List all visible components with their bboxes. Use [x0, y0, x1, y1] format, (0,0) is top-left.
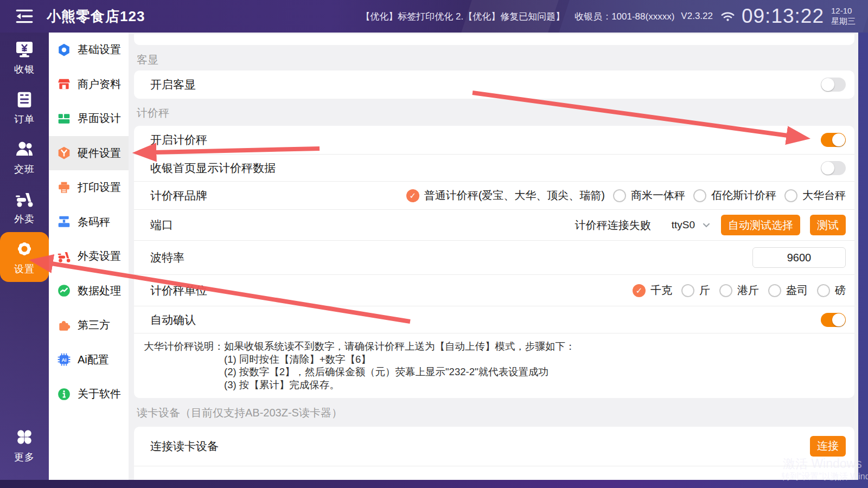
menu-item-print-settings[interactable]: 打印设置 [49, 170, 129, 205]
menu-label: 硬件设置 [78, 146, 121, 160]
takeout-settings-icon [57, 249, 71, 264]
port-select[interactable]: ttyS0 [672, 219, 711, 231]
radio-unit-ounce[interactable]: 盎司 [768, 283, 808, 298]
section-title-customer-display: 客显 [134, 53, 854, 67]
menu-label: Ai配置 [78, 352, 109, 367]
radio-unit-kg[interactable]: 千克 [633, 283, 672, 298]
enable-scale-toggle[interactable] [821, 133, 846, 147]
radio-label: 磅 [835, 283, 846, 298]
nav-label: 更多 [14, 451, 35, 464]
row-scale-unit: 计价秤单位 千克 斤 港斤 盎司 磅 [134, 274, 854, 306]
port-connection-status: 计价秤连接失败 [575, 218, 651, 233]
settings-content: 客显 开启客显 计价秤 开启计价秤 收银首页显示计价秤数据 计价秤品牌 普通计价… [129, 33, 858, 480]
radio-unchecked-icon [719, 284, 732, 297]
more-grid-icon [15, 427, 34, 447]
menu-item-data-processing[interactable]: 数据处理 [49, 274, 129, 309]
menu-label: 打印设置 [78, 180, 121, 195]
menu-item-barcode-scale[interactable]: 条码秤 [49, 205, 129, 240]
radio-checked-icon [633, 284, 646, 297]
help-line: (3) 按【累计】完成保存。 [144, 378, 846, 391]
baud-rate-input[interactable]: 9600 [752, 247, 846, 268]
radio-unchecked-icon [784, 189, 797, 202]
svg-text:AI: AI [61, 357, 66, 363]
test-button[interactable]: 测试 [810, 215, 846, 235]
radio-unchecked-icon [693, 189, 706, 202]
menu-item-ai-config[interactable]: AI Ai配置 [49, 343, 129, 377]
menu-item-hardware-settings[interactable]: 硬件设置 [49, 136, 129, 171]
menu-label: 数据处理 [78, 284, 121, 298]
nav-label: 设置 [14, 262, 35, 275]
nav-item-takeout[interactable]: 外卖 [0, 182, 49, 232]
nav-label: 订单 [14, 113, 35, 126]
row-label: 自动确认 [150, 312, 196, 328]
nav-item-shift[interactable]: 交班 [0, 132, 49, 182]
cashier-info: 收银员：1001-88(xxxxx) [575, 10, 674, 23]
customer-display-toggle[interactable] [821, 78, 846, 92]
row-label: 收银首页显示计价秤数据 [150, 160, 276, 176]
auto-test-select-button[interactable]: 自动测试选择 [721, 215, 800, 235]
topbar-right: 【优化】标签打印优化 2.【优化】修复已知问题】 收银员：1001-88(xxx… [361, 5, 856, 28]
connect-reader-button[interactable]: 连接 [810, 436, 846, 457]
row-enable-customer-display: 开启客显 [134, 70, 854, 99]
menu-item-base-settings[interactable]: 基础设置 [49, 33, 129, 67]
group-pricing-scale: 开启计价秤 收银首页显示计价秤数据 计价秤品牌 普通计价秤(爱宝、大华、顶尖、瑞… [134, 126, 854, 398]
menu-item-about-software[interactable]: 关于软件 [49, 377, 129, 412]
menu-label: 商户资料 [78, 77, 121, 92]
menu-item-ui-design[interactable]: 界面设计 [49, 101, 129, 136]
radio-checked-icon [406, 189, 419, 202]
help-line: (1) 同时按住【清除】+数字【6】 [144, 353, 846, 366]
section-title-pricing-scale: 计价秤 [134, 106, 854, 120]
nav-label: 交班 [14, 163, 35, 176]
menu-item-merchant-info[interactable]: 商户资料 [49, 67, 129, 102]
radio-unit-pound[interactable]: 磅 [817, 283, 846, 298]
radio-label: 港斤 [737, 283, 759, 298]
row-label: 波特率 [150, 250, 184, 265]
shift-change-icon [15, 139, 34, 159]
radio-brand-bailunsi[interactable]: 佰伦斯计价秤 [693, 188, 776, 203]
radio-unchecked-icon [681, 284, 694, 297]
nav-item-orders[interactable]: 订单 [0, 82, 49, 132]
nav-item-more[interactable]: 更多 [0, 420, 49, 470]
app-version: V2.3.22 [681, 11, 713, 22]
radio-brand-sunmi[interactable]: 商米一体秤 [613, 188, 685, 203]
menu-item-third-party[interactable]: 第三方 [49, 308, 129, 343]
menu-item-takeout-settings[interactable]: 外卖设置 [49, 239, 129, 274]
menu-label: 基础设置 [78, 42, 121, 57]
show-scale-home-toggle[interactable] [821, 161, 846, 175]
group-card-reader: 连接读卡设备 连接 [134, 427, 854, 480]
help-line: 大华计价秤说明：如果收银系统读不到数字，请确保计价秤上送为【自动上传】模式，步骤… [144, 340, 846, 353]
store-name: 小熊零食店123 [47, 7, 145, 26]
left-nav: 收银 订单 交班 外卖 设置 [0, 33, 49, 480]
nav-item-cashier[interactable]: 收银 [0, 33, 49, 82]
ai-config-icon: AI [57, 352, 71, 367]
about-software-icon [57, 387, 71, 401]
port-select-value: ttyS0 [672, 219, 695, 231]
hardware-settings-icon [57, 146, 71, 160]
ui-design-icon [57, 112, 71, 126]
row-show-scale-home: 收银首页显示计价秤数据 [134, 154, 854, 181]
weekday: 星期三 [831, 16, 856, 27]
row-auto-confirm: 自动确认 [134, 306, 854, 333]
row-connect-reader: 连接读卡设备 连接 [134, 427, 854, 466]
radio-brand-generic[interactable]: 普通计价秤(爱宝、大华、顶尖、瑞箭) [406, 188, 605, 203]
menu-label: 第三方 [78, 318, 110, 332]
gear-icon [15, 239, 34, 259]
radio-label: 佰伦斯计价秤 [711, 188, 776, 203]
settings-menu: 基础设置 商户资料 界面设计 硬件设置 打印设置 条码秤 外卖 [49, 33, 129, 480]
menu-label: 关于软件 [78, 387, 121, 401]
radio-brand-dahua[interactable]: 大华台秤 [784, 188, 846, 203]
nav-spacer [0, 282, 49, 420]
collapse-menu-icon[interactable] [14, 6, 35, 27]
radio-unit-jin[interactable]: 斤 [681, 283, 710, 298]
auto-confirm-toggle[interactable] [821, 313, 846, 327]
wifi-icon [720, 9, 735, 24]
radio-unchecked-icon [817, 284, 830, 297]
data-processing-icon [57, 284, 71, 298]
menu-label: 界面设计 [78, 111, 121, 126]
row-label: 开启计价秤 [150, 132, 207, 147]
group-customer-display: 开启客显 [134, 70, 854, 99]
radio-unit-hk-catty[interactable]: 港斤 [719, 283, 759, 298]
row-label: 端口 [150, 217, 173, 233]
nav-item-settings[interactable]: 设置 [0, 232, 49, 282]
section-title-card-reader: 读卡设备（目前仅支持AB-203Z-S读卡器） [134, 406, 854, 420]
